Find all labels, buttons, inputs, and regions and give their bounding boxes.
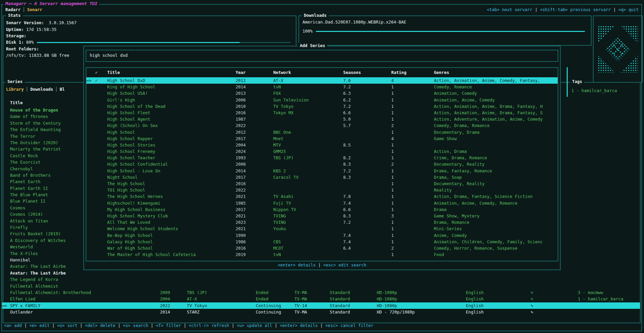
- search-result-row[interactable]: TO1 High School20221Reality: [86, 187, 558, 193]
- series-row-title[interactable]: Moriarty the Patriot: [2, 146, 81, 152]
- series-row-title[interactable]: Firefly: [2, 224, 81, 231]
- search-result-row[interactable]: High School Agent19875.01Action, Adventu…: [86, 116, 558, 122]
- keybind-search[interactable]: <s> search: [123, 323, 148, 328]
- search-result-row[interactable]: High School2012BBC One1Documentary, Dram…: [86, 129, 558, 135]
- series-row-title[interactable]: Fullmetal Alchemist: [2, 283, 81, 289]
- series-tab-downloads[interactable]: Downloads: [30, 87, 53, 92]
- series-row-title[interactable]: The Legend of Korra: [2, 276, 81, 283]
- series-row-title[interactable]: The Outsider (2020): [2, 139, 81, 146]
- keybind-details[interactable]: <enter> details: [278, 262, 316, 267]
- tab-radarr[interactable]: Radarr: [5, 7, 21, 12]
- series-row-title[interactable]: The Blue Planet: [2, 192, 81, 198]
- cell-network: tvN: [273, 84, 343, 90]
- series-row-title[interactable]: Westworld: [2, 244, 81, 250]
- series-row-title[interactable]: Fruits Basket (2019): [2, 231, 81, 237]
- cell-genres: Anime, Comedy: [434, 232, 558, 239]
- series-row-title[interactable]: Hannibal: [2, 257, 81, 263]
- series-row-title[interactable]: The X-Files: [2, 250, 81, 257]
- series-row-title[interactable]: Game of Thrones: [2, 113, 81, 120]
- series-row-title[interactable]: Cosmos (2014): [2, 211, 81, 217]
- search-result-row[interactable]: The High School Heroes2021TV Asahi7.81Ac…: [86, 193, 558, 200]
- series-row-title[interactable]: House of the Dragon: [2, 107, 81, 113]
- series-row-title[interactable]: Cosmos: [2, 205, 81, 211]
- search-result-row[interactable]: High School Fleet2016Tokyo MX6.61Action,…: [86, 110, 558, 116]
- search-result-row[interactable]: Be-Bop High School19907.41Anime, Comedy: [86, 232, 558, 239]
- keybind-update-all[interactable]: <u> update all: [237, 323, 272, 328]
- series-row-title[interactable]: Planet Earth: [2, 178, 81, 185]
- search-result-row[interactable]: =>✓High School DxD2012AT-X7.64Action, An…: [86, 77, 558, 84]
- keybind-add[interactable]: <a> add: [4, 323, 22, 328]
- cell-genres: Animation, Anime, Comedy: [434, 97, 558, 103]
- search-result-row[interactable]: King of High School2014tvN7.21Comedy, Ro…: [86, 84, 558, 90]
- cell-title: High School USA!: [107, 90, 236, 96]
- series-row-title[interactable]: Chernobyl: [2, 166, 81, 172]
- search-result-row[interactable]: High School Stories2004MTV8.51: [86, 142, 558, 148]
- search-result-row[interactable]: High School Confidential20088.32Document…: [86, 161, 558, 167]
- keybind-sort[interactable]: <o> sort: [57, 323, 77, 328]
- scrollbar-thumb[interactable]: [567, 67, 568, 97]
- search-result-row[interactable]: High School Teacher1993TBS (JP)8.21Crime…: [86, 155, 558, 161]
- search-result-row[interactable]: Girl's High2006Sun Television6.21Animati…: [86, 97, 558, 103]
- search-result-row[interactable]: The Master of High School Cafeteria2019t…: [86, 251, 558, 258]
- search-result-row[interactable]: Highschool! Kimengumi1985Fuji TV7.41Anim…: [86, 200, 558, 206]
- search-result-row[interactable]: High School USA!2013FOX6.31Animation, Co…: [86, 90, 558, 96]
- search-result-row[interactable]: High School of the Dead2010TV Tokyo7.21A…: [86, 103, 558, 110]
- keybind-previous-servarr[interactable]: <shift-tab> previous servarr: [540, 7, 611, 12]
- cell-type: Standard: [330, 309, 377, 315]
- cell-language: English: [466, 296, 531, 302]
- search-result-row[interactable]: War of High School2016MCOT6.42Comedy, Ho…: [86, 245, 558, 251]
- search-result-row[interactable]: High School - Love On2014KBS 27.21Drama,…: [86, 168, 558, 174]
- series-row[interactable]: Fullmetal Alchemist: Brotherhood2009TBS …: [2, 289, 640, 296]
- search-result-row[interactable]: High School Frenemy2024GMM251Action, Dra…: [86, 148, 558, 155]
- search-result-row[interactable]: Galaxy High School1986CBS7.41Animation, …: [86, 239, 558, 245]
- series-row-title[interactable]: The Enfield Haunting: [2, 126, 81, 133]
- search-result-row[interactable]: High School Mystery Club2021TVING8.33Gam…: [86, 213, 558, 219]
- search-result-row[interactable]: My High School Business2017Nippon TV6.61…: [86, 206, 558, 213]
- series-row-title[interactable]: Avatar: The Last Airbe: [2, 270, 81, 276]
- series-row-title[interactable]: Planet Earth II: [2, 185, 81, 192]
- keybind-cancel-filter[interactable]: <esc> cancel filter: [325, 323, 373, 328]
- keybind-separator: |: [611, 7, 618, 12]
- cell-year: 2022: [236, 122, 273, 129]
- cell-title: High School Teacher: [107, 155, 236, 161]
- selection-marker: [86, 103, 95, 110]
- keybind-edit[interactable]: <e> edit: [29, 323, 49, 328]
- keybind-delete[interactable]: <del> delete: [85, 323, 115, 328]
- search-result-row[interactable]: High (School) On Sex20225.72Comedy, Dram…: [86, 122, 558, 129]
- in-library-check-icon: [95, 251, 107, 258]
- search-result-row[interactable]: Night School2017Caracol TV8.31Drama, Soa…: [86, 174, 558, 180]
- search-result-row[interactable]: The High School20161Documentary, Reality: [86, 180, 558, 187]
- add-series-search-input[interactable]: high school dxd: [86, 50, 558, 62]
- series-row[interactable]: =>SPY x FAMILY2022TV TokyoContinuingTV-1…: [2, 302, 640, 309]
- cell-year: 2022: [160, 302, 187, 309]
- cell-rating: 1: [391, 155, 434, 161]
- series-row[interactable]: Outlander2014STARZContinuingTV-MAStandar…: [2, 309, 640, 315]
- keybind-refresh[interactable]: <ctrl-r> refresh: [189, 323, 229, 328]
- keybind-next-servarr[interactable]: <tab> next servarr: [487, 7, 532, 12]
- series-tab-library[interactable]: Library: [6, 87, 24, 92]
- series-row-title[interactable]: The Terror: [2, 133, 81, 139]
- search-result-row[interactable]: All That We Loved2023TVING7.21Drama, Rom…: [86, 219, 558, 225]
- search-result-row[interactable]: High School Rapper2017Mnet4Game Show: [86, 135, 558, 142]
- series-row-title[interactable]: A Discovery of Witches: [2, 237, 81, 244]
- series-row-title[interactable]: Band of Brothers: [2, 172, 81, 178]
- series-row[interactable]: Elfen Lied2004AT-XEndedTV-MAStandardHD-1…: [2, 296, 640, 302]
- keybind-quit[interactable]: <q> quit: [618, 7, 639, 12]
- keybind-edit-search[interactable]: <esc> edit search: [323, 262, 366, 267]
- download-item[interactable]: American.Dad.S20E07.1080p.WEBRip.x264-BA…: [303, 19, 588, 25]
- series-tab-blocklist[interactable]: Bl: [59, 87, 65, 92]
- series-row-title[interactable]: The Exorcist: [2, 159, 81, 165]
- tab-sonarr[interactable]: Sonarr: [27, 7, 42, 12]
- in-library-check-icon: [95, 225, 107, 232]
- series-row-title[interactable]: Blue Planet II: [2, 198, 81, 204]
- series-row-title[interactable]: Avatar: The Last Airbe: [2, 263, 81, 269]
- series-row-title[interactable]: Storm of the Century: [2, 120, 81, 126]
- series-row-title[interactable]: Attack on Titan: [2, 218, 81, 224]
- series-row-title[interactable]: Castle Rock: [2, 153, 81, 159]
- cell-seasons: [343, 148, 391, 155]
- cell-year: 2016: [236, 245, 273, 251]
- cell-network: TV Asahi: [273, 193, 343, 200]
- keybind-details[interactable]: <enter> details: [280, 323, 318, 328]
- keybind-filter[interactable]: <f> filter: [156, 323, 181, 328]
- search-result-row[interactable]: Welcome High School Students2021Youku1Mi…: [86, 225, 558, 232]
